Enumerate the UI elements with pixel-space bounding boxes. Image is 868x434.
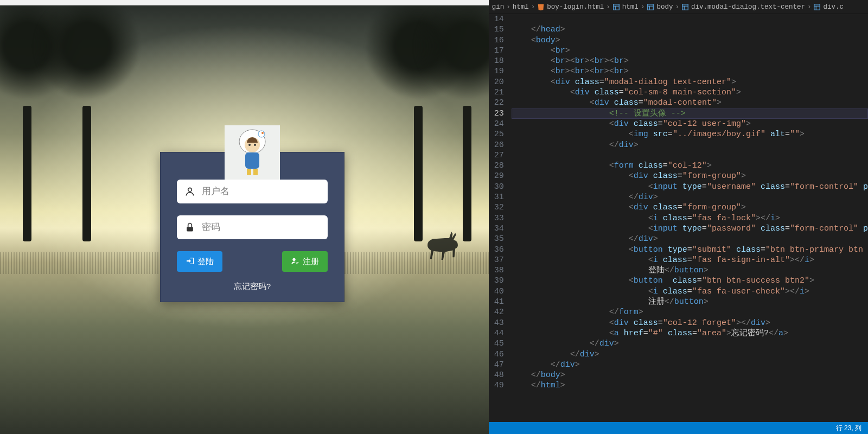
forgot-password-link[interactable]: 忘记密码?	[177, 282, 328, 292]
svg-rect-14	[682, 4, 688, 10]
user-icon	[184, 186, 195, 197]
login-button[interactable]: 登陆	[177, 251, 222, 272]
svg-point-9	[188, 188, 192, 192]
sign-in-icon	[186, 257, 194, 267]
password-group	[177, 215, 328, 239]
breadcrumb-item[interactable]: div.c	[813, 3, 844, 11]
login-button-label: 登陆	[197, 257, 214, 267]
svg-point-11	[292, 258, 295, 260]
code-content[interactable]: </head> <body> <br> <br><br><br><br> <br…	[512, 14, 868, 422]
svg-point-8	[261, 132, 264, 134]
svg-point-2	[248, 144, 251, 146]
bg-tree	[49, 14, 125, 241]
svg-rect-10	[187, 227, 193, 231]
breadcrumb-item[interactable]: boy-login.html	[537, 3, 604, 11]
svg-rect-6	[253, 169, 258, 175]
code-editor-pane: gin›html›boy-login.html›html›body›div.mo…	[489, 0, 868, 434]
bg-tree	[429, 14, 489, 241]
code-area[interactable]: 1415161718192021222324252627282930313233…	[489, 14, 868, 422]
breadcrumb-item[interactable]: gin	[492, 3, 505, 11]
svg-rect-13	[648, 4, 654, 10]
browser-content: 登陆 注册 忘记密码?	[0, 5, 489, 434]
password-input[interactable]	[177, 215, 328, 239]
svg-point-3	[254, 144, 256, 146]
user-check-icon	[291, 257, 299, 267]
register-button-label: 注册	[303, 257, 319, 267]
breadcrumb-item[interactable]: html	[513, 3, 529, 11]
breadcrumb-item[interactable]: div.modal-dialog.text-center	[681, 3, 805, 11]
svg-rect-12	[614, 4, 620, 10]
browser-preview-pane: 登陆 注册 忘记密码?	[0, 0, 489, 434]
register-button[interactable]: 注册	[282, 251, 328, 272]
breadcrumb-item[interactable]: body	[647, 3, 673, 11]
lock-icon	[184, 222, 195, 233]
breadcrumb[interactable]: gin›html›boy-login.html›html›body›div.mo…	[489, 0, 868, 14]
login-modal: 登陆 注册 忘记密码?	[160, 152, 344, 302]
avatar	[225, 125, 280, 181]
svg-rect-5	[247, 169, 251, 175]
status-bar[interactable]: 行 23, 列	[489, 422, 868, 434]
cursor-position: 行 23, 列	[836, 424, 861, 433]
breadcrumb-item[interactable]: html	[612, 3, 639, 11]
svg-rect-4	[245, 152, 259, 169]
line-number-gutter: 1415161718192021222324252627282930313233…	[489, 14, 512, 422]
bg-deer	[423, 222, 467, 271]
username-group	[177, 180, 328, 203]
svg-rect-15	[814, 4, 820, 10]
button-row: 登陆 注册	[177, 251, 328, 272]
username-input[interactable]	[177, 180, 328, 203]
svg-point-7	[258, 131, 265, 137]
browser-address-bar	[0, 0, 489, 5]
